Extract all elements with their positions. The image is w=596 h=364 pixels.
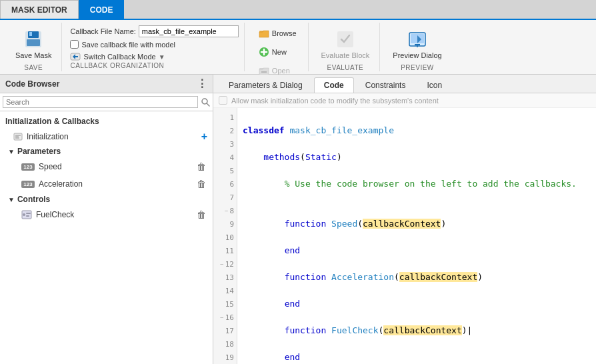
save-mask-button[interactable]: Save Mask: [11, 25, 56, 63]
toolbar-save-section: Save Mask SAVE: [5, 23, 62, 71]
line-5: 5: [213, 164, 237, 177]
line-15: 15: [213, 297, 237, 311]
delete-acceleration-button[interactable]: 🗑: [195, 177, 207, 191]
line-7: 7: [213, 191, 237, 204]
info-row: Allow mask initialization code to modify…: [213, 93, 596, 108]
save-icon: [23, 29, 44, 50]
line-4: 4: [213, 151, 237, 164]
tree-item-speed[interactable]: 123 Speed 🗑: [0, 158, 213, 175]
evaluate-icon: [335, 29, 356, 50]
line-12: −12: [213, 257, 237, 271]
line-19: 19: [213, 351, 237, 364]
toolbar-evaluate-section: Evaluate Block EVALUATE: [311, 23, 381, 71]
tree-item-acceleration[interactable]: 123 Acceleration 🗑: [0, 175, 213, 193]
new-icon: [259, 47, 269, 57]
tree-item-fuelcheck[interactable]: FuelCheck 🗑: [0, 206, 213, 223]
line-18: 18: [213, 337, 237, 351]
switch-callback-row: Switch Callback Mode ▼: [70, 51, 238, 62]
code-browser-header: Code Browser ⋮: [0, 75, 213, 93]
tab-mask-editor[interactable]: MASK EDITOR: [0, 0, 79, 19]
line-10: 10: [213, 231, 237, 244]
toolbar-preview-section: Preview Dialog PREVIEW: [383, 23, 451, 71]
init-icon: [13, 132, 23, 141]
callback-org-section: Callback File Name: Save callback file w…: [65, 23, 244, 71]
more-options-icon[interactable]: ⋮: [197, 77, 207, 90]
new-button[interactable]: New: [253, 44, 293, 60]
code-editor: 1 2 3 4 5 6 7 −8 9 10 11 −12 13 14 15 −1…: [213, 108, 596, 364]
main-content: Code Browser ⋮ Initialization & Callback…: [0, 75, 596, 364]
line-13: 13: [213, 271, 237, 284]
preview-icon: [407, 29, 428, 50]
tab-code[interactable]: Code: [314, 77, 354, 93]
svg-rect-2: [29, 32, 32, 36]
allow-init-checkbox: [219, 96, 227, 105]
delete-speed-button[interactable]: 🗑: [195, 160, 207, 173]
add-init-button[interactable]: +: [201, 131, 207, 143]
browse-button[interactable]: Browse: [253, 25, 303, 41]
toolbar-file-section: Browse New Open: [247, 23, 309, 71]
ctrl-icon: [21, 210, 32, 219]
svg-point-14: [23, 213, 25, 216]
code-browser-tree: Initialization & Callbacks Initializatio…: [0, 111, 213, 364]
right-panel: Parameters & Dialog Code Constraints Ico…: [213, 75, 596, 364]
filename-row: Callback File Name:: [70, 25, 238, 37]
delete-fuelcheck-button[interactable]: 🗑: [195, 208, 207, 221]
tab-code[interactable]: CODE: [79, 0, 125, 19]
svg-rect-3: [27, 39, 40, 46]
switch-icon: [70, 51, 81, 62]
svg-rect-16: [26, 215, 29, 217]
line-9: 9: [213, 217, 237, 231]
search-icon: [201, 97, 210, 107]
filename-input[interactable]: [139, 25, 239, 37]
tab-constraints[interactable]: Constraints: [355, 77, 416, 93]
tab-icon[interactable]: Icon: [417, 77, 452, 93]
line-16: −16: [213, 311, 237, 324]
dropdown-arrow[interactable]: ▼: [159, 53, 165, 61]
sub-tabs: Parameters & Dialog Code Constraints Ico…: [213, 75, 596, 93]
line-8: −8: [213, 204, 237, 217]
line-11: 11: [213, 244, 237, 257]
param-badge-acceleration: 123: [21, 181, 35, 188]
toolbar: Save Mask SAVE Callback File Name: Save …: [0, 20, 596, 75]
line-17: 17: [213, 324, 237, 337]
line-2: 2: [213, 124, 237, 137]
save-with-model-row: Save callback file with model: [70, 40, 238, 49]
evaluate-block-button[interactable]: Evaluate Block: [317, 25, 375, 63]
line-3: 3: [213, 137, 237, 151]
search-area: [0, 93, 213, 111]
code-browser-panel: Code Browser ⋮ Initialization & Callback…: [0, 75, 213, 364]
param-badge-speed: 123: [21, 163, 35, 171]
tree-section-header: Initialization & Callbacks: [0, 114, 213, 129]
preview-dialog-button[interactable]: Preview Dialog: [388, 25, 446, 63]
browse-icon: [259, 28, 269, 39]
tab-params-dialog[interactable]: Parameters & Dialog: [219, 77, 313, 93]
tree-category-controls[interactable]: ▼ Controls: [0, 193, 213, 206]
svg-rect-15: [26, 213, 31, 214]
search-input[interactable]: [3, 96, 198, 108]
save-with-model-checkbox[interactable]: [70, 40, 79, 49]
tab-bar: MASK EDITOR CODE: [0, 0, 596, 20]
code-content[interactable]: classdef mask_cb_file_example methods(St…: [237, 108, 596, 364]
line-14: 14: [213, 284, 237, 297]
line-1: 1: [213, 111, 237, 124]
tree-item-initialization[interactable]: Initialization +: [0, 129, 213, 145]
line-numbers: 1 2 3 4 5 6 7 −8 9 10 11 −12 13 14 15 −1…: [213, 108, 237, 364]
tree-category-parameters[interactable]: ▼ Parameters: [0, 145, 213, 158]
line-6: 6: [213, 177, 237, 191]
